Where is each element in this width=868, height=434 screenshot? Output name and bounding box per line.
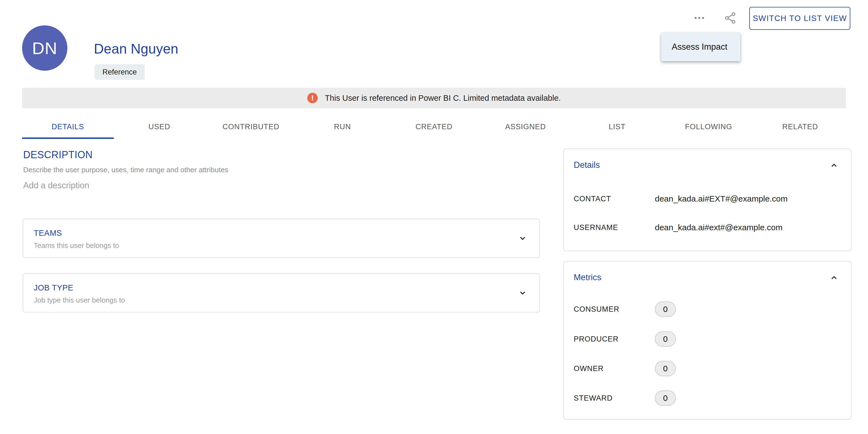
steward-label: STEWARD — [574, 394, 655, 403]
assess-impact-menu-item[interactable]: Assess Impact — [661, 42, 740, 52]
details-panel: Details CONTACT dean_kada.ai#EXT#@exampl… — [563, 149, 851, 251]
consumer-metric-row: CONSUMER 0 — [574, 302, 841, 317]
avatar: DN — [22, 25, 67, 71]
job-type-section: JOB TYPE Job type this user belongs to — [23, 273, 540, 312]
more-options-button[interactable] — [691, 11, 707, 24]
consumer-label: CONSUMER — [574, 305, 655, 314]
username-value: dean_kada.ai#ext#@example.com — [655, 223, 782, 232]
contact-label: CONTACT — [574, 195, 655, 203]
share-button[interactable] — [723, 11, 737, 25]
owner-label: OWNER — [574, 365, 655, 373]
metrics-panel: Metrics CONSUMER 0 PRODUCER 0 OWNER 0 ST… — [563, 261, 851, 420]
consumer-count-badge: 0 — [655, 302, 676, 317]
chevron-down-icon — [518, 288, 527, 297]
description-subtitle: Describe the user purpose, uses, time ra… — [23, 166, 228, 174]
page-title: Dean Nguyen — [94, 41, 178, 57]
share-icon — [723, 11, 737, 25]
switch-to-list-view-button[interactable]: SWITCH TO LIST VIEW — [749, 7, 850, 30]
details-panel-title: Details — [574, 160, 600, 170]
chevron-down-icon — [518, 234, 527, 243]
chevron-up-icon — [830, 161, 838, 170]
details-collapse-button[interactable] — [829, 161, 839, 170]
more-horizontal-icon — [693, 11, 706, 24]
reference-badge: Reference — [95, 64, 145, 80]
metadata-warning-banner: ! This User is referenced in Power BI C.… — [22, 88, 846, 108]
chevron-up-icon — [830, 273, 838, 282]
tab-list[interactable]: LIST — [571, 115, 663, 139]
owner-metric-row: OWNER 0 — [574, 361, 841, 376]
tab-contributed[interactable]: CONTRIBUTED — [205, 115, 297, 139]
banner-text: This User is referenced in Power BI C. L… — [325, 94, 561, 103]
teams-expand-button[interactable] — [518, 234, 527, 243]
contact-row: CONTACT dean_kada.ai#EXT#@example.com — [574, 191, 841, 207]
tab-created[interactable]: CREATED — [388, 115, 480, 139]
metrics-panel-title: Metrics — [574, 273, 601, 282]
username-label: USERNAME — [574, 223, 655, 232]
teams-section: TEAMS Teams this user belongs to — [23, 219, 540, 258]
job-type-expand-button[interactable] — [518, 288, 527, 298]
tab-run[interactable]: RUN — [297, 115, 389, 139]
metrics-collapse-button[interactable] — [829, 273, 839, 282]
teams-section-title: TEAMS — [34, 228, 62, 238]
tab-related[interactable]: RELATED — [754, 115, 846, 139]
owner-count-badge: 0 — [655, 361, 676, 376]
actions-menu: Assess Impact — [661, 33, 740, 61]
username-row: USERNAME dean_kada.ai#ext#@example.com — [574, 220, 841, 235]
tab-following[interactable]: FOLLOWING — [663, 115, 754, 139]
producer-label: PRODUCER — [574, 335, 655, 343]
tab-used[interactable]: USED — [114, 115, 206, 139]
teams-section-subtitle: Teams this user belongs to — [34, 241, 119, 250]
tab-assigned[interactable]: ASSIGNED — [480, 115, 571, 139]
description-heading: DESCRIPTION — [23, 149, 93, 161]
add-description-field[interactable]: Add a description — [23, 181, 89, 190]
tab-details[interactable]: DETAILS — [22, 115, 114, 139]
producer-count-badge: 0 — [655, 331, 676, 347]
warning-icon: ! — [307, 93, 318, 103]
job-type-section-title: JOB TYPE — [34, 283, 73, 292]
user-profile-page: DN Dean Nguyen Reference SWITCH TO LIST … — [0, 0, 868, 434]
job-type-section-subtitle: Job type this user belongs to — [34, 296, 125, 305]
steward-count-badge: 0 — [655, 391, 676, 406]
producer-metric-row: PRODUCER 0 — [574, 331, 841, 347]
steward-metric-row: STEWARD 0 — [574, 391, 841, 406]
tab-bar: DETAILS USED CONTRIBUTED RUN CREATED ASS… — [22, 115, 846, 139]
contact-value: dean_kada.ai#EXT#@example.com — [655, 194, 788, 204]
